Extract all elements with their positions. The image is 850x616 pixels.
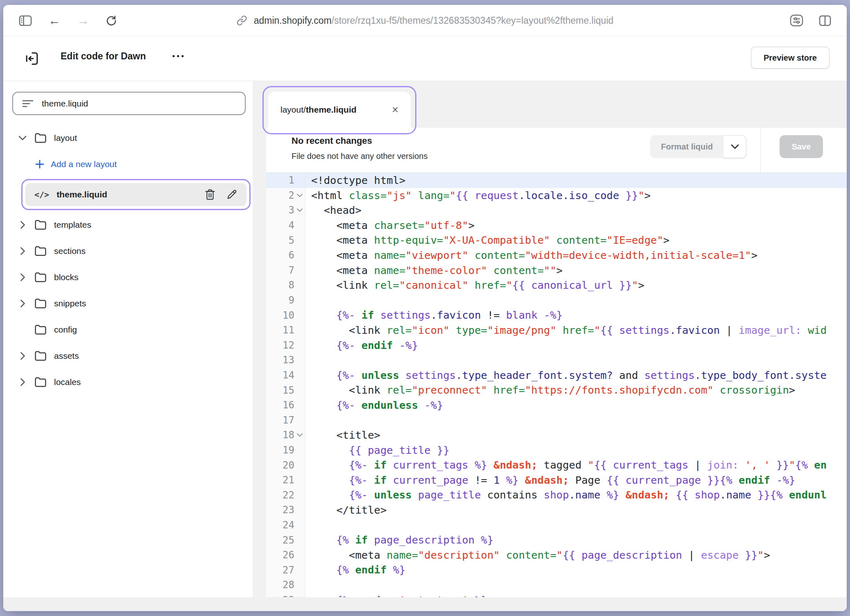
file-search-box[interactable] [12,92,246,115]
folder-icon [34,324,47,335]
fold-placeholder [294,398,305,413]
folder-row-config[interactable]: config [12,317,251,343]
code-line[interactable]: 16 {%- endunless -%} [266,398,847,413]
preview-store-button[interactable]: Preview store [751,47,830,69]
folder-row-snippets[interactable]: snippets [12,290,251,317]
code-line[interactable]: 22 {%- unless page_title contains shop.n… [266,487,847,503]
link-icon [237,15,247,26]
chevron-right-icon[interactable] [17,299,28,308]
code-line[interactable]: 9 [266,293,847,308]
address-bar[interactable]: admin.shopify.com/store/rzq1xu-f5/themes… [237,5,614,36]
code-line[interactable]: 26 <meta name="description" content="{{ … [266,548,847,563]
line-number: 25 [266,534,294,546]
chevron-right-icon[interactable] [17,273,28,281]
fold-placeholder [294,383,305,398]
split-view-icon[interactable] [819,15,831,26]
code-line-text: <html class="js" lang="{{ request.locale… [305,188,847,203]
add-layout-link[interactable]: Add a new layout [12,151,251,177]
code-line[interactable]: 14 {%- unless settings.type_header_font.… [266,368,847,383]
code-line[interactable]: 4 <meta charset="utf-8"> [266,218,847,233]
code-line[interactable]: 29 {% render 'meta-tags' %} [266,593,847,597]
tab-layout-theme-liquid[interactable]: layout/theme.liquid × [268,92,411,128]
code-line[interactable]: 1<!doctype html> [266,173,847,188]
code-line[interactable]: 7 <meta name="theme-color" content=""> [266,263,847,278]
folder-row-blocks[interactable]: blocks [12,264,251,290]
code-line[interactable]: 19 {{ page_title }} [266,443,847,458]
code-line[interactable]: 8 <link rel="canonical" href="{{ canonic… [266,278,847,293]
code-line[interactable]: 20 {%- if current_tags %} &ndash; tagged… [266,457,847,473]
code-line[interactable]: 17 [266,413,847,428]
fold-chevron-icon[interactable] [294,203,305,218]
code-line[interactable]: 24 [266,518,847,533]
format-liquid-button[interactable]: Format liquid [650,135,723,158]
delete-file-icon[interactable] [205,189,215,200]
line-number-gutter: 24 [266,518,305,533]
browser-settings-icon[interactable] [790,14,803,27]
save-button[interactable]: Save [780,135,823,158]
close-tab-icon[interactable]: × [392,104,398,116]
chevron-right-icon[interactable] [17,352,28,360]
line-number: 28 [266,579,294,591]
folder-row-assets[interactable]: assets [12,343,251,369]
folder-row-templates[interactable]: templates [12,212,251,238]
line-number-gutter: 8 [266,278,305,293]
code-line[interactable]: 15 <link rel="preconnect" href="https://… [266,383,847,398]
line-number: 22 [266,489,294,501]
line-number: 23 [266,504,294,516]
page-title: Edit code for Dawn [61,51,146,62]
code-line-text: {% endif %} [305,562,847,578]
chevron-right-icon[interactable] [17,247,28,255]
code-line-text [305,353,847,368]
code-line-text: {% render 'meta-tags' %} [305,593,847,597]
folder-row-locales[interactable]: locales [12,369,251,395]
code-line[interactable]: 25 {% if page_description %} [266,532,847,548]
code-line[interactable]: 21 {%- if current_page != 1 %} &ndash; P… [266,473,847,488]
code-line-text [305,518,847,533]
file-item-theme-liquid[interactable]: </> theme.liquid [25,183,246,206]
code-line[interactable]: 13 [266,353,847,368]
fold-chevron-icon[interactable] [294,188,305,203]
code-line-text: {%- unless settings.type_header_font.sys… [305,368,847,383]
fold-chevron-icon[interactable] [294,428,305,443]
code-line-text: <head> [305,203,847,218]
main-area: layout Add a new layout </> theme.liquid [3,81,847,597]
folder-row-layout[interactable]: layout [12,125,251,151]
code-line[interactable]: 12 {%- endif -%} [266,338,847,353]
line-number: 17 [266,414,294,426]
line-number-gutter: 14 [266,368,305,383]
chevron-down-icon[interactable] [17,136,28,140]
exit-icon[interactable] [23,50,41,68]
more-menu-icon[interactable] [170,54,187,58]
folder-row-sections[interactable]: sections [12,238,251,264]
line-number-gutter: 26 [266,548,305,563]
code-line[interactable]: 5 <meta http-equiv="X-UA-Compatible" con… [266,233,847,248]
fold-placeholder [294,473,305,488]
editor-panel-header: No recent changes File does not have any… [266,128,847,173]
code-line[interactable]: 27 {% endif %} [266,562,847,578]
code-line[interactable]: 28 [266,578,847,593]
code-line[interactable]: 18 <title> [266,428,847,443]
chevron-right-icon[interactable] [17,221,28,229]
rename-file-icon[interactable] [226,189,237,200]
line-number: 5 [266,235,294,246]
search-input[interactable] [42,99,236,109]
line-number-gutter: 16 [266,398,305,413]
format-liquid-dropdown[interactable] [723,135,746,158]
filter-icon [22,100,34,108]
line-number: 20 [266,460,294,471]
status-subtitle: File does not have any other versions [292,152,427,161]
fold-placeholder [294,518,305,533]
code-line[interactable]: 10 {%- if settings.favicon != blank -%} [266,308,847,323]
line-number: 13 [266,354,294,366]
code-editor[interactable]: 1<!doctype html>2<html class="js" lang="… [266,173,847,597]
code-line-text: <meta http-equiv="X-UA-Compatible" conte… [305,233,847,248]
code-line[interactable]: 3 <head> [266,203,847,218]
reload-icon[interactable] [106,15,117,26]
code-line[interactable]: 6 <meta name="viewport" content="width=d… [266,248,847,263]
chevron-right-icon[interactable] [17,378,28,386]
sidebar-toggle-icon[interactable] [19,15,32,26]
back-icon[interactable]: ← [48,14,61,27]
code-line[interactable]: 11 <link rel="icon" type="image/png" hre… [266,323,847,338]
code-line[interactable]: 23 </title> [266,503,847,518]
code-line[interactable]: 2<html class="js" lang="{{ request.local… [266,188,847,203]
